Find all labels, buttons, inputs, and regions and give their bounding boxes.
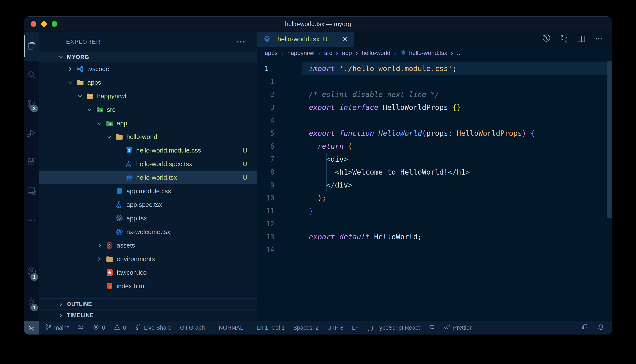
status-errors[interactable]: 0 xyxy=(93,324,105,332)
tree-item-src[interactable]: </>src xyxy=(39,103,257,116)
line-number: 8 xyxy=(257,166,275,178)
compare-icon[interactable] xyxy=(559,34,569,44)
split-icon[interactable] xyxy=(577,34,586,44)
code-line-text: <div> xyxy=(275,153,348,166)
react-icon xyxy=(115,228,123,236)
status-label: 0 xyxy=(123,324,126,331)
breadcrumb-item-app[interactable]: app xyxy=(342,50,352,56)
sidebar-title: EXPLORER xyxy=(66,38,101,45)
explorer-more-actions-icon[interactable]: ⋯ xyxy=(237,40,246,44)
window-title: hello-world.tsx — myorg xyxy=(285,20,351,28)
status-eol[interactable]: LF xyxy=(352,324,359,331)
tree-item-happynrwl[interactable]: happynrwl xyxy=(39,89,257,103)
activity-item-settings[interactable]: 1 xyxy=(24,287,39,318)
minimize-window-button[interactable] xyxy=(41,21,47,27)
status-label: UTF-8 xyxy=(327,324,343,331)
tree-item-app[interactable]: app xyxy=(39,116,257,130)
tree-item-label: index.html xyxy=(117,282,146,290)
status-sync[interactable] xyxy=(77,324,84,332)
tree-item-hello-world-module-css[interactable]: 3hello-world.module.cssU xyxy=(39,144,257,157)
activity-item-source-control[interactable]: 3 xyxy=(24,90,39,119)
activity-item-remote-explorer[interactable] xyxy=(24,177,39,206)
code-editor[interactable]: 1import './hello-world.module.css';12/* … xyxy=(257,59,612,321)
status-indentation[interactable]: Spaces: 2 xyxy=(293,324,319,331)
close-window-button[interactable] xyxy=(31,21,36,27)
timeline-section[interactable]: TIMELINE xyxy=(39,310,257,321)
tree-item-hello-world-tsx[interactable]: hello-world.tsxU xyxy=(39,171,257,184)
history-icon[interactable] xyxy=(542,34,551,44)
status-vim-mode[interactable]: -- NORMAL -- xyxy=(213,324,248,331)
code-line-text: ); xyxy=(275,192,326,204)
bell-icon xyxy=(597,324,604,332)
chevron-placeholder xyxy=(96,270,106,276)
css-icon: 3 xyxy=(125,146,133,154)
activity-item-accounts[interactable]: 1 xyxy=(24,257,39,287)
code-line-text: </div> xyxy=(275,178,352,192)
tree-item-index-html[interactable]: 5index.html xyxy=(39,279,257,293)
activity-item-run-and-debug[interactable] xyxy=(24,119,39,148)
status-warnings[interactable]: 0 xyxy=(114,324,126,332)
status-label: main* xyxy=(54,324,69,331)
window-controls xyxy=(31,16,57,32)
close-tab-icon[interactable]: ✕ xyxy=(342,36,348,43)
tree-item-app-spec-tsx[interactable]: app.spec.tsx xyxy=(39,198,257,212)
tree-item-environments[interactable]: environments xyxy=(39,252,257,266)
status-language-mode[interactable]: { }TypeScript React xyxy=(367,324,420,331)
tab-bar: hello-world.tsx U ✕ xyxy=(257,32,612,47)
status-cursor-position[interactable]: Ln 1, Col 1 xyxy=(257,324,285,331)
code-line-text xyxy=(275,114,309,127)
tree-item-hello-world-spec-tsx[interactable]: hello-world.spec.tsxU xyxy=(39,157,257,171)
status-live-share[interactable]: Live Share xyxy=(135,324,171,332)
editor-scrollbar[interactable] xyxy=(607,61,611,218)
activity-bar-bottom: 11 xyxy=(24,257,39,321)
title-bar[interactable]: hello-world.tsx — myorg xyxy=(24,16,612,32)
remote-indicator[interactable] xyxy=(24,321,39,334)
files-icon xyxy=(27,41,37,52)
tree-item--vscode[interactable]: .vscode xyxy=(39,62,257,76)
tree-item-app-tsx[interactable]: app.tsx xyxy=(39,212,257,225)
tree-item-apps[interactable]: apps xyxy=(39,76,257,89)
breadcrumb-item-src[interactable]: src xyxy=(324,50,332,56)
tab-hello-world-tsx[interactable]: hello-world.tsx U ✕ xyxy=(257,32,354,47)
editor-area: hello-world.tsx U ✕ apps›happynrwl›src›a… xyxy=(257,32,612,321)
code-line-text: <h1>Welcome to HelloWorld!</h1> xyxy=(275,166,470,178)
tree-item-hello-world[interactable]: hello-world xyxy=(39,130,257,144)
breadcrumb-item-hello-world[interactable]: hello-world xyxy=(361,50,390,56)
activity-badge: 1 xyxy=(30,304,38,312)
breadcrumb-item-happynrwl[interactable]: happynrwl xyxy=(287,50,315,56)
status-notifications[interactable] xyxy=(597,324,604,332)
activity-item-search[interactable] xyxy=(24,61,39,90)
status-label: Prettier xyxy=(453,324,472,331)
workspace-section-header[interactable]: MYORG xyxy=(39,52,257,62)
status-formatter[interactable]: Prettier xyxy=(444,324,472,332)
tab-label: hello-world.tsx xyxy=(277,36,319,43)
tree-item-app-module-css[interactable]: 3app.module.css xyxy=(39,184,257,198)
status-feedback[interactable] xyxy=(581,324,588,332)
breadcrumb-item-apps[interactable]: apps xyxy=(265,50,278,56)
status-git-graph[interactable]: Git Graph xyxy=(180,324,205,331)
tree-item-nx-welcome-tsx[interactable]: nx-welcome.tsx xyxy=(39,225,257,239)
folder-icon xyxy=(86,92,94,100)
status-copilot[interactable] xyxy=(429,324,435,332)
zoom-window-button[interactable] xyxy=(52,21,57,27)
code-line: 2/* eslint-disable-next-line */ xyxy=(257,88,612,101)
status-bar-right xyxy=(581,324,612,332)
sidebar-footer: OUTLINE TIMELINE xyxy=(39,298,257,321)
tree-item-assets[interactable]: assets xyxy=(39,239,257,252)
explorer-sidebar: EXPLORER ⋯ MYORG .vscodeappshappynrwl</>… xyxy=(39,32,257,321)
status-encoding[interactable]: UTF-8 xyxy=(327,324,343,331)
status-label: -- NORMAL -- xyxy=(213,324,248,331)
activity-item-extensions[interactable] xyxy=(24,148,39,177)
outline-section[interactable]: OUTLINE xyxy=(39,298,257,310)
status-label: Ln 1, Col 1 xyxy=(257,324,285,331)
breadcrumb-item-hello-world-tsx[interactable]: hello-world.tsx xyxy=(400,49,447,57)
breadcrumb-label: hello-world.tsx xyxy=(409,50,447,56)
line-number: 3 xyxy=(257,101,275,114)
activity-item-more-views[interactable] xyxy=(24,206,39,235)
status-git-branch[interactable]: main* xyxy=(45,324,69,332)
tree-item-favicon-ico[interactable]: favicon.ico xyxy=(39,266,257,279)
breadcrumb-item--[interactable]: ... xyxy=(457,50,462,56)
activity-item-explorer[interactable] xyxy=(24,32,39,61)
more-icon[interactable] xyxy=(594,34,603,44)
breadcrumb-separator: › xyxy=(318,50,320,57)
